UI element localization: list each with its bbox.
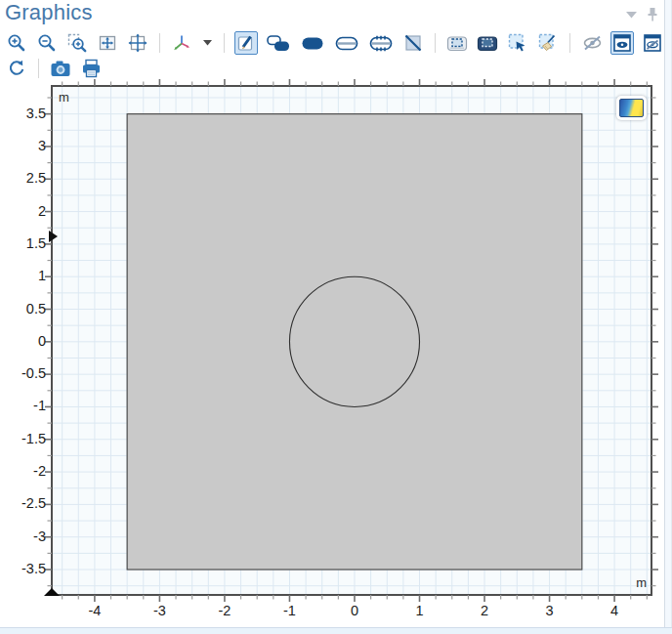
show-selection-colors-button[interactable] xyxy=(445,31,469,55)
y-axis-tick-label: -3 xyxy=(1,528,46,544)
x-axis-tick-label: -1 xyxy=(270,603,309,618)
geometry-circle[interactable] xyxy=(289,276,419,406)
y-axis-tick-label: 1.5 xyxy=(1,235,46,251)
y-axis-tick-label: 0 xyxy=(1,333,46,349)
select-edges-button[interactable] xyxy=(367,31,395,55)
x-axis-tick-label: -3 xyxy=(140,603,179,618)
view-unhidden-only-button[interactable] xyxy=(641,31,664,55)
y-axis-tick-label: 3 xyxy=(1,138,46,153)
select-boundaries-button[interactable] xyxy=(333,31,360,55)
go-to-default-view-button[interactable] xyxy=(126,31,149,55)
zoom-out-button[interactable] xyxy=(35,31,59,55)
panel-right-divider[interactable] xyxy=(664,0,672,634)
view-orientation-button[interactable] xyxy=(170,31,193,55)
plot-mode-badge[interactable] xyxy=(616,96,647,120)
reset-view-button[interactable] xyxy=(5,57,28,80)
select-domains-button[interactable] xyxy=(299,31,326,55)
x-axis-tick-label: -4 xyxy=(75,603,114,618)
x-axis-tick-label: 2 xyxy=(465,603,504,618)
chevron-down-icon[interactable] xyxy=(626,12,637,19)
panel-bottom-divider[interactable] xyxy=(0,627,672,634)
plot-canvas[interactable] xyxy=(0,0,672,634)
mouse-cursor xyxy=(49,231,58,242)
toolbar-separator xyxy=(569,33,570,53)
geometry-square[interactable] xyxy=(127,114,582,570)
view-all-button[interactable] xyxy=(610,31,634,55)
y-axis-tick-label: -1 xyxy=(1,398,46,413)
hide-objects-button[interactable] xyxy=(580,31,604,55)
toolbar-separator xyxy=(38,59,39,78)
zoom-box-button[interactable] xyxy=(65,31,89,55)
graphics-window: Graphics xyxy=(0,0,672,634)
gradient-swatch-icon xyxy=(619,99,644,117)
y-axis-tick-label: 0.5 xyxy=(1,301,46,317)
x-axis-unit-label: m xyxy=(615,575,647,590)
pin-icon[interactable] xyxy=(647,8,658,21)
graphics-toolbar-row2 xyxy=(5,56,103,81)
x-axis-tick-label: 3 xyxy=(530,603,569,618)
zoom-in-button[interactable] xyxy=(5,31,28,55)
y-axis-unit-label: m xyxy=(59,90,69,105)
print-button[interactable] xyxy=(79,57,103,80)
zoom-extents-button[interactable] xyxy=(96,31,119,55)
toolbar-separator xyxy=(435,33,436,53)
axis-tick-labels: -4-3-2-1012343.532.521.510.50-0.5-1-1.5-… xyxy=(0,0,672,634)
x-axis-tick-label: 4 xyxy=(595,603,634,618)
y-axis-tick-label: 1 xyxy=(1,268,46,283)
image-snapshot-button[interactable] xyxy=(49,57,72,80)
panel-titlebar: Graphics xyxy=(0,0,672,29)
graphics-toolbar-row1 xyxy=(5,30,672,56)
select-objects-button[interactable] xyxy=(265,31,292,55)
y-axis-tick-label: 3.5 xyxy=(1,106,46,121)
box-select-button[interactable] xyxy=(506,31,529,55)
x-axis-tick-label: 0 xyxy=(335,603,374,618)
y-axis-tick-label: 2.5 xyxy=(1,170,46,186)
toolbar-separator xyxy=(159,33,160,53)
show-material-color-button[interactable] xyxy=(476,31,499,55)
y-axis-tick-label: -0.5 xyxy=(1,365,46,381)
panel-title: Graphics xyxy=(5,0,93,25)
axis-origin-marker xyxy=(44,588,60,596)
plot-frame xyxy=(52,86,651,595)
x-axis-tick-label: 1 xyxy=(400,603,440,618)
x-axis-tick-label: -2 xyxy=(205,603,244,618)
view-orientation-dropdown[interactable] xyxy=(200,31,214,55)
y-axis-tick-label: -2.5 xyxy=(1,495,46,511)
clear-selection-button[interactable] xyxy=(536,31,560,55)
plot-background xyxy=(52,86,651,595)
y-axis-tick-label: -2 xyxy=(1,463,46,479)
y-axis-tick-label: -1.5 xyxy=(1,431,46,446)
toolbar-separator xyxy=(224,33,225,53)
y-axis-tick-label: 2 xyxy=(1,203,46,219)
select-none-button[interactable] xyxy=(401,31,425,55)
y-axis-tick-label: -3.5 xyxy=(1,561,46,576)
select-button[interactable] xyxy=(234,31,258,55)
